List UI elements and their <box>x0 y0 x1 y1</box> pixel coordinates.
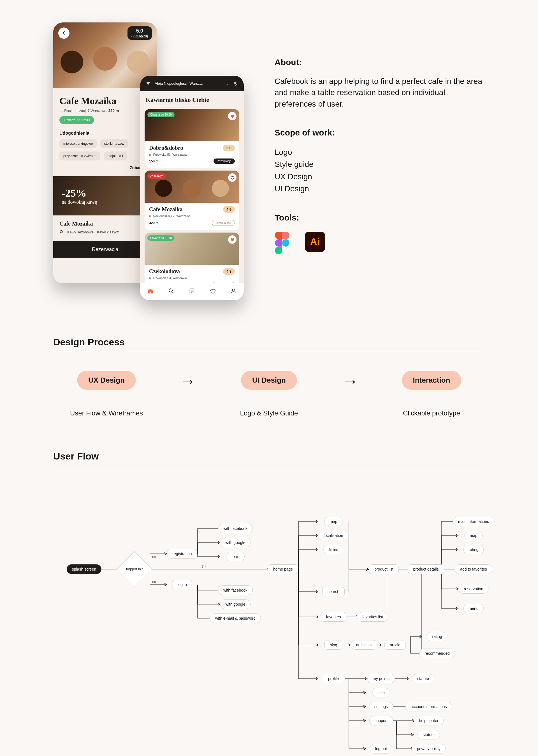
rating-chip: 5.0 <box>223 145 235 151</box>
flow-node: home page <box>268 564 298 574</box>
status-badge: Otwarte do 21:30 <box>147 235 175 241</box>
cafe-card[interactable]: Zamknięte Cafe Mozaika 4.9 ul. Racjonali… <box>144 170 239 230</box>
flow-node: search <box>322 587 345 597</box>
search-icon <box>59 230 64 234</box>
amenity-tag[interactable]: stojak na r <box>104 152 127 160</box>
divider <box>53 351 485 351</box>
arrow-left-icon <box>61 31 66 35</box>
amenity-tag[interactable]: miejsce parkingowe <box>59 139 97 148</box>
svg-point-2 <box>169 289 172 292</box>
status-badge: Zamknięte <box>147 173 166 179</box>
back-button[interactable] <box>58 28 70 39</box>
nav-search-icon[interactable] <box>168 288 174 296</box>
flow-node: with facebook <box>218 586 253 595</box>
flow-label: no <box>152 555 156 558</box>
svg-point-5 <box>282 239 290 247</box>
scope-heading: Scope of work: <box>275 127 485 139</box>
flow-node: favorites <box>321 612 346 622</box>
cafe-image: Otwarte do 20:00 <box>144 109 239 141</box>
flow-node: main informations <box>453 517 495 526</box>
flow-node: with facebook <box>218 524 253 533</box>
flow-node: article list <box>351 640 378 650</box>
filter-icon[interactable] <box>146 81 151 86</box>
amenity-tags: miejsce parkingowe stoliki na zew przyja… <box>59 139 151 164</box>
flow-node: product list <box>369 564 399 574</box>
design-process-row: UX Design User Flow & Wireframes → UI De… <box>53 371 485 417</box>
cafe-image: Zamknięte <box>144 170 239 203</box>
cafe-card[interactable]: Otwarte do 20:00 Dobro&dobro 5.0 ul. Puł… <box>144 109 239 168</box>
flow-node: with e-mail & password <box>210 613 261 623</box>
promo-cafe-name: Cafe Mozaika <box>59 220 151 227</box>
about-text: Cafebook is an app helping to find a per… <box>275 76 485 110</box>
cafe-address: ul. Racjonalizacji 7, Warszawa <box>149 214 235 218</box>
rating-chip: 4.9 <box>223 206 235 213</box>
cafe-address: ul. Racjonalizacji 7 Warszawa 320 m <box>59 108 151 113</box>
see-more-link[interactable]: Zobacz wię <box>59 165 151 170</box>
cafe-name: Dobro&dobro <box>149 145 183 151</box>
status-badge: Otwarte do 20:00 <box>147 112 175 117</box>
favorite-button[interactable] <box>228 235 237 244</box>
dp-step-pill: UI Design <box>241 371 297 390</box>
flow-node: localization <box>318 531 348 540</box>
flow-node: rating <box>463 545 484 554</box>
about-heading: About: <box>275 56 485 68</box>
nav-news-icon[interactable] <box>189 288 195 296</box>
flow-node: help center <box>413 716 444 725</box>
arrow-right-icon: → <box>174 371 202 391</box>
svg-point-0 <box>60 230 63 233</box>
cafe-image: Otwarte do 21:30 <box>144 232 239 265</box>
phone-mockups: 5.0 (223 opinii) Cafe Mozaika ul. Racjon… <box>53 23 244 303</box>
about-column: About: Cafebook is an app helping to fin… <box>275 23 485 252</box>
bottom-nav <box>140 283 244 300</box>
illustrator-icon: Ai <box>305 232 325 252</box>
user-flow-heading: User Flow <box>53 451 485 462</box>
dp-step-caption: Clickable prototype <box>390 409 473 417</box>
divider <box>53 465 485 466</box>
location-bar[interactable]: Aleja Niepodległości, Warsz… ⌄ <box>140 76 244 91</box>
flow-node: with google <box>220 599 251 609</box>
flow-node: my points <box>367 674 395 683</box>
svg-point-1 <box>235 83 236 83</box>
figma-icon <box>275 232 295 252</box>
rating-chip: 4.8 <box>223 268 235 275</box>
cafe-address: ul. Dzwonnica 3, Warszawa <box>149 276 235 280</box>
status-chip[interactable]: Odwiedzone <box>212 220 235 226</box>
distance: 150 m <box>149 159 159 163</box>
amenity-tag[interactable]: stoliki na zew <box>100 139 128 148</box>
nav-home-icon[interactable] <box>147 288 154 296</box>
flow-node: with google <box>220 538 251 547</box>
phone-list-screen: Aleja Niepodległości, Warsz… ⌄ Kawiarnie… <box>140 76 244 300</box>
flow-node: registration <box>167 549 197 558</box>
flow-node: filters <box>323 545 343 554</box>
dp-step-pill: Interaction <box>402 371 461 390</box>
dp-step-caption: Logo & Style Guide <box>227 409 311 417</box>
favorite-button[interactable] <box>228 173 237 182</box>
nav-profile-icon[interactable] <box>230 288 237 296</box>
status-chip[interactable]: Rezerwacja <box>214 158 235 164</box>
flow-node: article <box>384 640 405 650</box>
nav-favorites-icon[interactable] <box>210 288 216 296</box>
favorite-button[interactable] <box>228 112 237 120</box>
map-pin-icon[interactable] <box>233 81 238 86</box>
flow-node: splash screen <box>67 564 101 574</box>
cafe-address: ul. Puławska 53, Warszawa <box>149 153 235 156</box>
flow-node: product details <box>408 564 444 574</box>
dp-step-caption: User Flow & Wireframes <box>65 409 148 417</box>
rating-badge[interactable]: 5.0 (223 opinii) <box>128 27 152 40</box>
cafe-title: Cafe Mozaika <box>59 95 151 106</box>
flow-node: form <box>226 552 244 561</box>
amenities-heading: Udogodnienia <box>59 131 151 136</box>
flow-node: settings <box>369 702 393 711</box>
flow-node: log in <box>172 580 192 589</box>
distance: 320 m <box>149 221 159 225</box>
flow-node: profile <box>323 674 344 683</box>
flow-label: yes <box>202 564 207 568</box>
tools-heading: Tools: <box>275 212 485 224</box>
flow-node: statute <box>417 730 440 739</box>
flow-node: favorites list <box>357 612 388 622</box>
design-process-heading: Design Process <box>53 337 485 347</box>
amenity-tag[interactable]: przyjazne dla zwierząt <box>59 152 100 160</box>
arrow-right-icon: → <box>336 371 364 391</box>
flow-node: statute <box>412 674 434 683</box>
flow-node: menu <box>463 604 484 613</box>
